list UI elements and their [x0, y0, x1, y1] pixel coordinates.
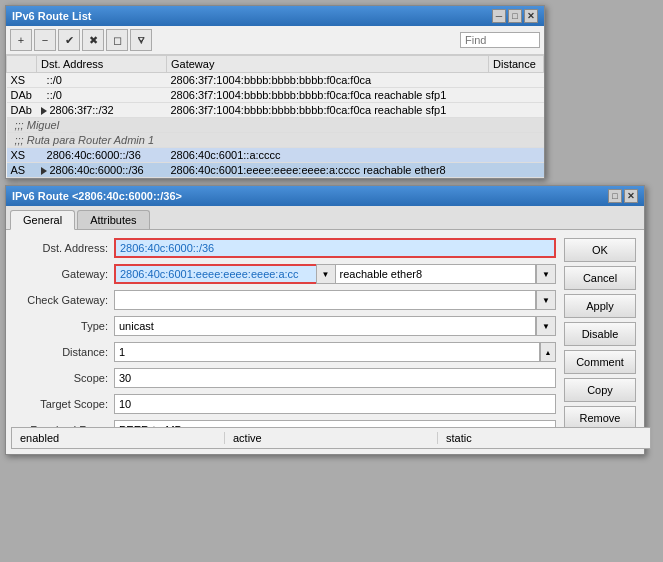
check-gateway-label: Check Gateway:: [14, 294, 114, 306]
disable-button[interactable]: Disable: [564, 322, 636, 346]
type-arrow[interactable]: ▼: [536, 316, 556, 336]
status-bar: enabled active static: [11, 427, 651, 449]
table-row[interactable]: DAb ::/0 2806:3f7:1004:bbbb:bbbb:bbbb:f0…: [7, 88, 544, 103]
distance-up-arrow[interactable]: ▲: [540, 342, 556, 362]
col-header-dst[interactable]: Dst. Address: [37, 56, 167, 73]
table-row[interactable]: XS ::/0 2806:3f7:1004:bbbb:bbbb:bbbb:f0c…: [7, 73, 544, 88]
minimize-button[interactable]: ─: [492, 9, 506, 23]
status-cell-static: static: [438, 432, 650, 444]
edit-body: Dst. Address: Gateway: ▼ ▼ Check Gateway…: [6, 230, 644, 454]
gateway-suffix-input[interactable]: [336, 264, 537, 284]
edit-close-button[interactable]: ✕: [624, 189, 638, 203]
cancel-button[interactable]: Cancel: [564, 266, 636, 290]
table-row[interactable]: DAb 2806:3f7::/32 2806:3f7:1004:bbbb:bbb…: [7, 103, 544, 118]
toolbar: + − ✔ ✖ ◻ ⛛: [6, 26, 544, 55]
gateway-input-wrap: ▼ ▼: [114, 264, 556, 284]
gateway-label: Gateway:: [14, 268, 114, 280]
row-dist: [489, 103, 544, 118]
edit-titlebar-buttons: □ ✕: [608, 189, 638, 203]
route-table-scroll: Dst. Address Gateway Distance XS ::/0 28…: [6, 55, 544, 178]
type-label: Type:: [14, 320, 114, 332]
distance-input[interactable]: [114, 342, 540, 362]
titlebar-buttons: ─ □ ✕: [492, 9, 538, 23]
col-header-dist[interactable]: Distance: [489, 56, 544, 73]
section-label: ;;; Ruta para Router Admin 1: [7, 133, 544, 148]
row-dst: 2806:3f7::/32: [37, 103, 167, 118]
table-row[interactable]: AS 2806:40c:6000::/36 2806:40c:6001:eeee…: [7, 163, 544, 178]
target-scope-input[interactable]: [114, 394, 556, 414]
apply-button[interactable]: Apply: [564, 294, 636, 318]
gateway-input[interactable]: [114, 264, 316, 284]
row-gw: 2806:40c:6001::a:cccc: [167, 148, 489, 163]
remove-button[interactable]: −: [34, 29, 56, 51]
type-input-wrap: ▼: [114, 316, 556, 336]
button-panel: OK Cancel Apply Disable Comment Copy Rem…: [564, 230, 644, 454]
target-scope-group: Target Scope:: [14, 394, 556, 414]
section-header-row: ;;; Ruta para Router Admin 1: [7, 133, 544, 148]
cross-button[interactable]: ✖: [82, 29, 104, 51]
tabs-bar: General Attributes: [6, 206, 644, 230]
route-table-container: Dst. Address Gateway Distance XS ::/0 28…: [6, 55, 544, 178]
tab-general[interactable]: General: [10, 210, 75, 230]
row-flag: DAb: [7, 88, 37, 103]
row-dst: ::/0: [37, 88, 167, 103]
col-header-gw[interactable]: Gateway: [167, 56, 489, 73]
type-group: Type: ▼: [14, 316, 556, 336]
form-area: Dst. Address: Gateway: ▼ ▼ Check Gateway…: [6, 230, 564, 454]
comment-button[interactable]: Comment: [564, 350, 636, 374]
edit-minimize-button[interactable]: □: [608, 189, 622, 203]
dst-address-group: Dst. Address:: [14, 238, 556, 258]
row-dist: [489, 148, 544, 163]
row-dist: [489, 73, 544, 88]
route-list-window: IPv6 Route List ─ □ ✕ + − ✔ ✖ ◻ ⛛ Dst. A…: [5, 5, 545, 179]
scope-label: Scope:: [14, 372, 114, 384]
row-dst: ::/0: [37, 73, 167, 88]
row-flag: DAb: [7, 103, 37, 118]
row-gw: 2806:3f7:1004:bbbb:bbbb:bbbb:f0ca:f0ca: [167, 73, 489, 88]
filter-button[interactable]: ⛛: [130, 29, 152, 51]
row-flag: XS: [7, 148, 37, 163]
row-dist: [489, 163, 544, 178]
gateway-suffix-arrow[interactable]: ▼: [536, 264, 556, 284]
distance-label: Distance:: [14, 346, 114, 358]
status-cell-active: active: [225, 432, 438, 444]
check-gateway-input[interactable]: [114, 290, 536, 310]
row-gw: 2806:3f7:1004:bbbb:bbbb:bbbb:f0ca:f0ca r…: [167, 88, 489, 103]
maximize-button[interactable]: □: [508, 9, 522, 23]
close-button[interactable]: ✕: [524, 9, 538, 23]
scope-input[interactable]: [114, 368, 556, 388]
ok-button[interactable]: OK: [564, 238, 636, 262]
distance-input-wrap: ▲: [114, 342, 556, 362]
gateway-dropdown-arrow[interactable]: ▼: [316, 264, 336, 284]
route-list-title: IPv6 Route List: [12, 10, 91, 22]
add-button[interactable]: +: [10, 29, 32, 51]
route-edit-titlebar: IPv6 Route <2806:40c:6000::/36> □ ✕: [6, 186, 644, 206]
row-flag: XS: [7, 73, 37, 88]
scope-group: Scope:: [14, 368, 556, 388]
check-gateway-input-wrap: ▼: [114, 290, 556, 310]
copy-button[interactable]: ◻: [106, 29, 128, 51]
row-gw: 2806:40c:6001:eeee:eeee:eeee:a:cccc reac…: [167, 163, 489, 178]
row-dst: 2806:40c:6000::/36: [37, 163, 167, 178]
type-input[interactable]: [114, 316, 536, 336]
tab-attributes[interactable]: Attributes: [77, 210, 149, 229]
route-edit-title: IPv6 Route <2806:40c:6000::/36>: [12, 190, 182, 202]
section-label: ;;; Miguel: [7, 118, 544, 133]
row-dst: 2806:40c:6000::/36: [37, 148, 167, 163]
row-dist: [489, 88, 544, 103]
check-gateway-arrow[interactable]: ▼: [536, 290, 556, 310]
check-button[interactable]: ✔: [58, 29, 80, 51]
dst-address-input[interactable]: [114, 238, 556, 258]
find-input[interactable]: [460, 32, 540, 48]
table-row[interactable]: XS 2806:40c:6000::/36 2806:40c:6001::a:c…: [7, 148, 544, 163]
dst-address-label: Dst. Address:: [14, 242, 114, 254]
row-gw: 2806:3f7:1004:bbbb:bbbb:bbbb:f0ca:f0ca r…: [167, 103, 489, 118]
route-list-titlebar: IPv6 Route List ─ □ ✕: [6, 6, 544, 26]
row-flag: AS: [7, 163, 37, 178]
route-table: Dst. Address Gateway Distance XS ::/0 28…: [6, 55, 544, 178]
copy-button[interactable]: Copy: [564, 378, 636, 402]
distance-group: Distance: ▲: [14, 342, 556, 362]
status-cell-enabled: enabled: [12, 432, 225, 444]
col-header-flag: [7, 56, 37, 73]
gateway-group: Gateway: ▼ ▼: [14, 264, 556, 284]
